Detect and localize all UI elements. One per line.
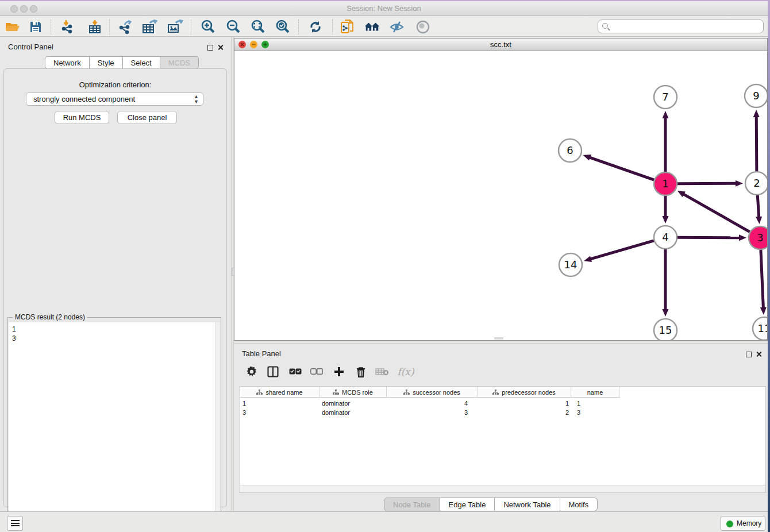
network-frame-title: scc.txt xyxy=(234,40,767,49)
memory-status-dot xyxy=(726,521,733,527)
status-bar: Memory xyxy=(0,511,768,532)
edge-arrowhead-icon xyxy=(663,111,669,118)
save-icon[interactable] xyxy=(28,19,44,35)
tab-motifs[interactable]: Motifs xyxy=(560,498,598,511)
graph-edge[interactable] xyxy=(761,250,764,309)
cell-shared-name: 3 xyxy=(242,409,246,416)
graph-edge[interactable] xyxy=(677,237,740,238)
hierarchy-icon xyxy=(256,390,263,395)
refresh-icon[interactable] xyxy=(307,19,324,35)
table-horizontal-scrollbar[interactable] xyxy=(240,485,765,492)
control-panel-tabs: Network Style Select MCDS xyxy=(45,56,199,69)
import-network-icon[interactable] xyxy=(60,19,76,35)
graph-edge[interactable] xyxy=(683,194,749,232)
column-header-successor-nodes[interactable]: successor nodes xyxy=(387,387,478,398)
show-eye-icon[interactable] xyxy=(415,19,431,35)
open-folder-icon[interactable] xyxy=(5,19,21,35)
mcds-panel: Optimization criterion: strongly connect… xyxy=(3,68,227,507)
run-mcds-button[interactable]: Run MCDS xyxy=(55,111,109,124)
graph-node-label: 2 xyxy=(753,177,760,189)
toolbar-separator xyxy=(332,20,333,34)
mcds-result-value: 3 xyxy=(12,334,16,342)
network-graph-canvas[interactable]: 1234678910111415 xyxy=(234,51,767,340)
table-tabs: Node Table Edge Table Network Table Moti… xyxy=(384,498,598,511)
column-header-shared-name[interactable]: shared name xyxy=(240,387,319,398)
gear-icon[interactable] xyxy=(244,364,259,379)
cell-name: 3 xyxy=(577,409,580,416)
cell-predecessor-nodes: 2 xyxy=(565,409,569,416)
table-panel: Table Panel xyxy=(234,343,768,512)
graph-node-label: 7 xyxy=(662,91,668,103)
export-table-icon[interactable] xyxy=(142,19,158,35)
result-scrollbar[interactable] xyxy=(215,322,220,532)
zoom-fit-icon[interactable] xyxy=(250,19,266,35)
select-all-checkboxes-icon[interactable] xyxy=(288,364,303,379)
zoom-out-icon[interactable] xyxy=(225,19,241,35)
window-title: Session: New Session xyxy=(0,4,768,13)
search-input[interactable] xyxy=(613,21,760,32)
add-column-icon[interactable] xyxy=(332,364,346,379)
table-row[interactable]: 3 dominator 3 2 3 xyxy=(240,408,620,417)
column-header-predecessor-nodes[interactable]: predecessor nodes xyxy=(478,387,571,398)
export-network-icon[interactable] xyxy=(117,19,133,35)
delete-table-icon[interactable] xyxy=(375,364,390,379)
edge-arrowhead-icon xyxy=(663,309,669,317)
criterion-dropdown[interactable]: strongly connected component ▲▼ xyxy=(26,92,203,106)
hierarchy-icon xyxy=(403,390,410,395)
graph-edge[interactable] xyxy=(590,241,654,259)
graph-node-label: 1 xyxy=(662,178,668,190)
home-icon[interactable] xyxy=(364,19,380,35)
close-panel-button[interactable]: Close panel xyxy=(117,111,177,124)
canvas-scrollbar-thumb[interactable] xyxy=(494,337,503,340)
close-panel-icon[interactable] xyxy=(217,43,224,53)
float-panel-icon[interactable] xyxy=(746,349,752,360)
close-panel-icon[interactable] xyxy=(756,349,762,360)
column-layout-icon[interactable] xyxy=(265,364,280,379)
tab-mcds[interactable]: MCDS xyxy=(160,56,199,69)
clear-checkboxes-icon[interactable] xyxy=(309,364,324,379)
network-frame-titlebar[interactable]: scc.txt xyxy=(234,38,767,51)
column-header-name[interactable]: name xyxy=(571,387,619,398)
graph-node-label: 6 xyxy=(567,144,573,156)
cell-predecessor-nodes: 1 xyxy=(565,400,569,407)
graph-edge[interactable] xyxy=(757,195,759,218)
mcds-result-group: MCDS result (2 nodes) 1 3 xyxy=(7,317,221,532)
tab-node-table[interactable]: Node Table xyxy=(384,498,440,511)
hierarchy-icon xyxy=(333,390,339,395)
cell-shared-name: 1 xyxy=(242,400,246,407)
search-icon xyxy=(602,23,608,29)
mcds-result-textarea[interactable]: 1 3 xyxy=(9,322,220,532)
graph-node-label: 14 xyxy=(564,259,578,271)
tab-select[interactable]: Select xyxy=(123,56,160,69)
zoom-in-icon[interactable] xyxy=(200,19,216,35)
float-panel-icon[interactable] xyxy=(207,43,213,53)
cell-successor-nodes: 4 xyxy=(464,400,468,407)
graph-edge[interactable] xyxy=(756,116,757,171)
table-row[interactable]: 1 dominator 4 1 1 xyxy=(240,399,620,408)
function-builder-icon[interactable]: f(x) xyxy=(396,364,415,379)
tab-edge-table[interactable]: Edge Table xyxy=(440,498,495,511)
tab-style[interactable]: Style xyxy=(90,56,123,69)
zoom-selected-icon[interactable] xyxy=(275,19,291,35)
graph-edge[interactable] xyxy=(677,183,737,184)
export-image-icon[interactable] xyxy=(167,19,183,35)
tab-network-table[interactable]: Network Table xyxy=(495,498,560,511)
task-history-button[interactable] xyxy=(7,516,23,531)
edge-arrowhead-icon xyxy=(663,216,669,223)
application-window: Session: New Session xyxy=(0,0,770,532)
toolbar-separator xyxy=(191,20,191,34)
edge-arrowhead-icon xyxy=(753,110,760,117)
delete-column-icon[interactable] xyxy=(353,364,368,379)
memory-button[interactable]: Memory xyxy=(721,516,765,531)
cell-name: 1 xyxy=(577,400,580,407)
optimization-criterion-label: Optimization criterion: xyxy=(4,80,226,89)
import-table-icon[interactable] xyxy=(87,19,103,35)
edge-arrowhead-icon xyxy=(756,217,762,224)
graph-edge[interactable] xyxy=(589,157,654,180)
window-titlebar[interactable]: Session: New Session xyxy=(0,1,768,16)
table-panel-title: Table Panel xyxy=(242,349,281,358)
clone-network-icon[interactable] xyxy=(340,19,356,35)
column-header-mcds-role[interactable]: MCDS role xyxy=(319,387,387,398)
hide-eye-icon[interactable] xyxy=(389,19,405,35)
tab-network[interactable]: Network xyxy=(45,56,90,69)
